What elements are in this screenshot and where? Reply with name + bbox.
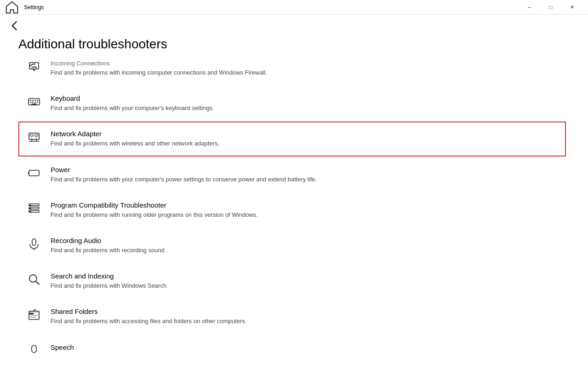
nav-bar: [0, 15, 588, 37]
svg-rect-6: [37, 100, 38, 101]
network-adapter-item[interactable]: Network Adapter Find and fix problems wi…: [18, 122, 566, 156]
svg-rect-25: [29, 208, 31, 209]
keyboard-item[interactable]: Keyboard Find and fix problems with your…: [18, 86, 566, 121]
recording-audio-title: Recording Audio: [51, 237, 559, 244]
program-compatibility-item[interactable]: Program Compatibility Troubleshooter Fin…: [18, 193, 566, 227]
svg-rect-7: [30, 102, 31, 103]
recording-audio-desc: Find and fix problems with recording sou…: [51, 246, 559, 255]
svg-line-31: [36, 281, 39, 284]
svg-rect-38: [30, 317, 36, 318]
speech-title: Speech: [51, 343, 559, 351]
search-indexing-title: Search and Indexing: [51, 272, 559, 280]
main-content: Additional troubleshooters Incoming Conn…: [0, 37, 588, 371]
svg-rect-1: [29, 63, 39, 69]
speech-icon: [25, 344, 43, 357]
close-button[interactable]: ✕: [561, 0, 582, 15]
shared-folders-desc: Find and fix problems with accessing fil…: [51, 317, 559, 325]
svg-rect-37: [30, 315, 38, 316]
power-item[interactable]: Power Find and fix problems with your co…: [18, 157, 566, 192]
incoming-connections-item[interactable]: Incoming Connections Find and fix proble…: [18, 59, 566, 85]
recording-audio-icon: [25, 238, 43, 250]
network-adapter-title: Network Adapter: [51, 130, 559, 138]
svg-rect-5: [34, 100, 36, 101]
svg-rect-13: [30, 134, 33, 136]
program-compatibility-desc: Find and fix problems with running older…: [51, 211, 559, 219]
speech-text: Speech: [51, 343, 559, 353]
power-title: Power: [51, 166, 559, 174]
keyboard-desc: Find and fix problems with your computer…: [51, 104, 559, 112]
incoming-connections-icon: [25, 61, 43, 74]
shared-folders-item[interactable]: Shared Folders Find and fix problems wit…: [18, 299, 566, 334]
back-button[interactable]: [7, 18, 22, 33]
svg-rect-39: [32, 345, 36, 353]
shared-folders-title: Shared Folders: [51, 307, 559, 315]
incoming-connections-title: Incoming Connections: [51, 60, 559, 67]
title-bar-left: Settings: [6, 1, 44, 14]
back-arrow-icon: [8, 19, 21, 32]
scroll-area[interactable]: Incoming Connections Find and fix proble…: [18, 59, 570, 371]
maximize-button[interactable]: □: [540, 0, 561, 15]
incoming-connections-desc: Find and fix problems with incoming comp…: [51, 69, 559, 77]
program-compatibility-text: Program Compatibility Troubleshooter Fin…: [51, 201, 559, 219]
svg-rect-3: [30, 100, 31, 101]
search-indexing-item[interactable]: Search and Indexing Find and fix problem…: [18, 264, 566, 298]
svg-rect-14: [35, 134, 38, 136]
incoming-connections-text: Incoming Connections Find and fix proble…: [51, 60, 559, 77]
power-text: Power Find and fix problems with your co…: [51, 166, 559, 184]
svg-rect-23: [29, 205, 31, 206]
minimize-button[interactable]: ─: [519, 0, 540, 15]
title-bar-title: Settings: [24, 4, 44, 11]
svg-point-16: [36, 138, 37, 139]
svg-rect-10: [37, 102, 38, 103]
program-compatibility-icon: [25, 202, 43, 215]
svg-rect-9: [34, 102, 36, 103]
network-adapter-desc: Find and fix problems with wireless and …: [51, 139, 559, 148]
svg-rect-27: [29, 211, 31, 213]
network-adapter-text: Network Adapter Find and fix problems wi…: [51, 130, 559, 148]
svg-rect-20: [29, 170, 39, 176]
speech-item[interactable]: Speech: [18, 335, 566, 358]
svg-rect-28: [32, 239, 36, 245]
search-indexing-desc: Find and fix problems with Windows Searc…: [51, 282, 559, 290]
keyboard-text: Keyboard Find and fix problems with your…: [51, 94, 559, 112]
page-title: Additional troubleshooters: [18, 37, 570, 52]
title-bar: Settings ─ □ ✕: [0, 0, 588, 15]
recording-audio-item[interactable]: Recording Audio Find and fix problems wi…: [18, 228, 566, 263]
keyboard-icon: [25, 95, 43, 108]
svg-rect-8: [32, 102, 34, 103]
keyboard-title: Keyboard: [51, 94, 559, 102]
svg-rect-21: [28, 172, 29, 174]
search-indexing-text: Search and Indexing Find and fix problem…: [51, 272, 559, 290]
title-bar-controls: ─ □ ✕: [519, 0, 582, 15]
svg-rect-11: [31, 104, 37, 104]
network-adapter-icon: [25, 131, 43, 144]
home-icon: [6, 1, 18, 14]
shared-folders-icon: [25, 308, 43, 321]
power-icon: [25, 167, 43, 180]
program-compatibility-title: Program Compatibility Troubleshooter: [51, 201, 559, 209]
recording-audio-text: Recording Audio Find and fix problems wi…: [51, 237, 559, 255]
svg-rect-33: [29, 313, 34, 314]
svg-point-15: [31, 138, 32, 139]
shared-folders-text: Shared Folders Find and fix problems wit…: [51, 307, 559, 325]
power-desc: Find and fix problems with your computer…: [51, 175, 559, 184]
svg-rect-4: [32, 100, 34, 101]
search-indexing-icon: [25, 273, 43, 286]
svg-rect-34: [29, 311, 39, 313]
